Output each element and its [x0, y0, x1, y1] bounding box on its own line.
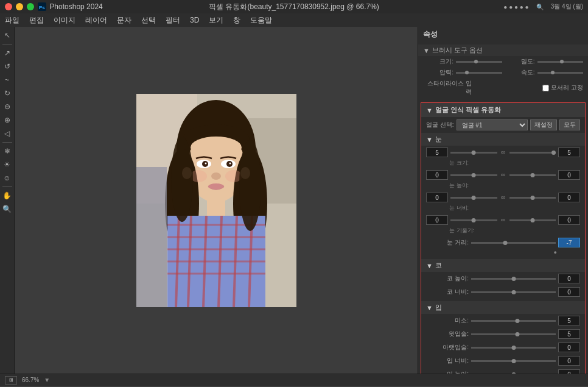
eye-dist-value[interactable]: -7 — [558, 238, 580, 247]
collapse-brush-icon[interactable]: ▼ — [423, 47, 430, 54]
nose-width-value[interactable]: 0 — [558, 287, 580, 297]
density-thumb[interactable] — [560, 60, 564, 63]
upper-lip-thumb[interactable] — [516, 332, 520, 336]
upper-lip-slider[interactable] — [471, 333, 556, 335]
tool-pucker[interactable]: ⊖ — [1, 101, 13, 113]
tool-hand[interactable]: ✋ — [1, 190, 13, 202]
eye-size-left-thumb[interactable] — [472, 151, 476, 155]
smile-value[interactable]: 5 — [558, 316, 580, 325]
size-slider[interactable] — [456, 61, 502, 63]
menu-bar: 파일 편집 이미지 레이어 문자 선택 필터 3D 보기 창 도움말 — [0, 13, 588, 27]
menu-layer[interactable]: 레이어 — [85, 15, 107, 26]
pressure-slider[interactable] — [456, 72, 502, 74]
eye-tilt-left-thumb[interactable] — [472, 218, 476, 222]
tool-twirl-cw[interactable]: ↻ — [1, 87, 13, 99]
eye-tilt-right-value[interactable]: 0 — [558, 215, 580, 225]
tool-face[interactable]: ☺ — [1, 172, 13, 184]
tool-zoom[interactable]: 🔍 — [1, 203, 13, 215]
collapse-mouth-icon[interactable]: ▼ — [426, 304, 433, 311]
speed-thumb[interactable] — [551, 71, 555, 74]
eye-tilt-left-slider[interactable] — [450, 219, 497, 221]
tool-push-left[interactable]: ◁ — [1, 127, 13, 140]
close-button[interactable] — [5, 3, 12, 10]
eye-size-right-thumb[interactable] — [551, 151, 556, 155]
canvas-area[interactable] — [15, 27, 418, 374]
tool-forward-warp[interactable]: ↗ — [1, 47, 13, 59]
eye-height-right-thumb[interactable] — [530, 173, 534, 177]
menu-help[interactable]: 도움말 — [250, 15, 272, 26]
eye-height-right-value[interactable]: 0 — [558, 170, 580, 180]
tool-bloat[interactable]: ⊕ — [1, 114, 13, 126]
lower-lip-value[interactable]: 0 — [558, 343, 580, 352]
speed-slider[interactable] — [537, 72, 584, 74]
mouth-height-value[interactable]: 0 — [558, 369, 580, 374]
tool-thaw-mask[interactable]: ☀ — [1, 158, 13, 171]
menu-file[interactable]: 파일 — [5, 15, 19, 26]
eye-width-left-slider[interactable] — [450, 197, 497, 199]
lower-lip-row: 아랫입술: 0 — [421, 341, 585, 354]
tool-reconstruct[interactable]: ↺ — [1, 60, 13, 73]
menu-image[interactable]: 이미지 — [54, 15, 75, 26]
pressure-thumb[interactable] — [465, 71, 469, 74]
eye-width-left-thumb[interactable] — [472, 196, 476, 200]
face-select-dropdown[interactable]: 얼굴 #1 — [457, 119, 528, 130]
mouth-width-thumb[interactable] — [511, 359, 516, 363]
collapse-eyes-icon[interactable]: ▼ — [426, 136, 433, 143]
eye-width-right-value[interactable]: 0 — [558, 193, 580, 202]
eye-height-left-slider[interactable] — [450, 174, 497, 176]
eye-size-left-value[interactable]: 5 — [426, 147, 448, 157]
eye-height-right-slider[interactable] — [509, 174, 556, 176]
mouth-height-slider[interactable] — [471, 374, 556, 374]
mouth-width-value[interactable]: 0 — [558, 356, 580, 366]
smile-slider[interactable] — [471, 320, 556, 322]
eye-size-right-slider[interactable] — [509, 152, 556, 154]
eye-tilt-left-value[interactable]: 0 — [426, 215, 448, 225]
menu-window[interactable]: 창 — [233, 15, 240, 26]
menu-3d[interactable]: 3D — [190, 16, 199, 24]
collapse-nose-icon[interactable]: ▼ — [426, 262, 433, 269]
mouth-section: ▼ 입 미소: 5 윗입술: 5 — [421, 301, 585, 374]
zoom-arrow[interactable]: ▼ — [44, 377, 50, 383]
eye-dist-slider[interactable] — [471, 242, 556, 244]
menu-edit[interactable]: 편집 — [29, 15, 44, 26]
menu-select[interactable]: 선택 — [141, 15, 156, 26]
minimize-button[interactable] — [16, 3, 23, 10]
eye-dist-thumb[interactable] — [503, 241, 507, 245]
eye-width-right-thumb[interactable] — [530, 196, 534, 200]
corner-fix-input[interactable] — [542, 85, 549, 91]
nose-width-thumb[interactable] — [511, 290, 516, 294]
corner-fix-checkbox[interactable]: 모서리 고정 — [542, 83, 583, 92]
nose-height-value[interactable]: 0 — [558, 274, 580, 283]
lower-lip-slider[interactable] — [471, 347, 556, 349]
nose-width-slider[interactable] — [471, 291, 556, 293]
nose-height-thumb[interactable] — [511, 277, 516, 281]
upper-lip-value[interactable]: 5 — [558, 329, 580, 339]
size-thumb[interactable] — [474, 60, 478, 63]
eye-height-left-value[interactable]: 0 — [426, 170, 448, 180]
eye-size-right-value[interactable]: 5 — [558, 147, 580, 157]
eye-width-right-slider[interactable] — [509, 197, 556, 199]
mouth-height-thumb[interactable] — [511, 372, 516, 374]
lower-lip-thumb[interactable] — [511, 346, 516, 350]
smile-thumb[interactable] — [516, 319, 520, 323]
mouth-width-slider[interactable] — [471, 360, 556, 362]
nose-height-slider[interactable] — [471, 278, 556, 280]
tool-move[interactable]: ↖ — [1, 29, 13, 41]
eye-tilt-right-thumb[interactable] — [530, 218, 534, 222]
reset-button[interactable]: 재설정 — [530, 119, 557, 130]
traffic-lights — [5, 3, 34, 10]
collapse-face-icon[interactable]: ▼ — [426, 107, 433, 114]
menu-text[interactable]: 문자 — [117, 15, 131, 26]
menu-filter[interactable]: 필터 — [166, 15, 180, 26]
eye-width-left-value[interactable]: 0 — [426, 193, 448, 202]
eye-size-left-slider[interactable] — [450, 152, 497, 154]
density-slider[interactable] — [537, 61, 584, 63]
maximize-button[interactable] — [27, 3, 34, 10]
properties-title: 속성 — [423, 29, 438, 40]
tool-smooth[interactable]: ~ — [1, 74, 13, 86]
eye-height-left-thumb[interactable] — [472, 173, 476, 177]
menu-view[interactable]: 보기 — [209, 15, 223, 26]
mode-button[interactable]: 모두 — [559, 119, 580, 130]
tool-freeze-mask[interactable]: ❄ — [1, 145, 13, 157]
eye-tilt-right-slider[interactable] — [509, 219, 556, 221]
